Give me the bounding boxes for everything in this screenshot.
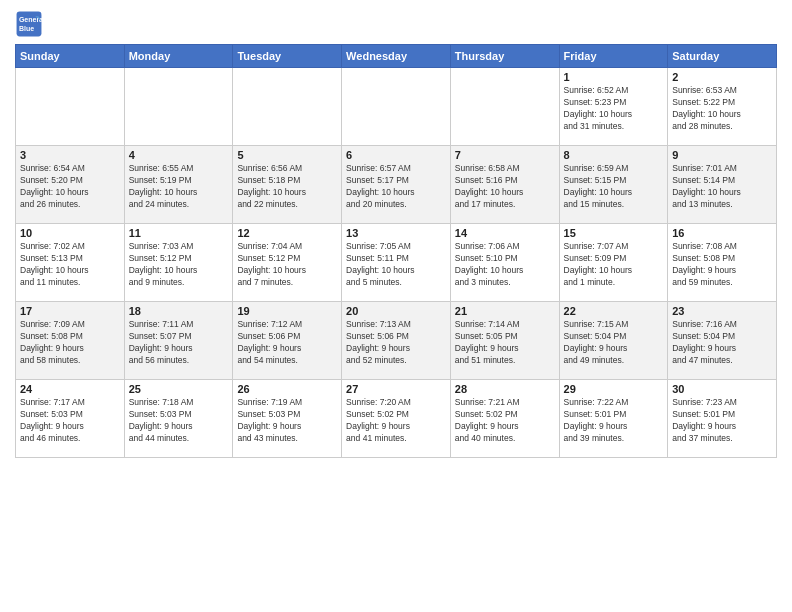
day-number: 26 xyxy=(237,383,337,395)
day-number: 23 xyxy=(672,305,772,317)
day-number: 10 xyxy=(20,227,120,239)
calendar-cell: 6Sunrise: 6:57 AM Sunset: 5:17 PM Daylig… xyxy=(342,146,451,224)
day-info: Sunrise: 6:58 AM Sunset: 5:16 PM Dayligh… xyxy=(455,163,555,211)
calendar-cell: 20Sunrise: 7:13 AM Sunset: 5:06 PM Dayli… xyxy=(342,302,451,380)
day-number: 6 xyxy=(346,149,446,161)
day-number: 21 xyxy=(455,305,555,317)
calendar-cell: 9Sunrise: 7:01 AM Sunset: 5:14 PM Daylig… xyxy=(668,146,777,224)
day-number: 29 xyxy=(564,383,664,395)
day-number: 17 xyxy=(20,305,120,317)
weekday-header-friday: Friday xyxy=(559,45,668,68)
calendar-cell: 16Sunrise: 7:08 AM Sunset: 5:08 PM Dayli… xyxy=(668,224,777,302)
day-info: Sunrise: 7:09 AM Sunset: 5:08 PM Dayligh… xyxy=(20,319,120,367)
day-info: Sunrise: 7:17 AM Sunset: 5:03 PM Dayligh… xyxy=(20,397,120,445)
day-info: Sunrise: 7:12 AM Sunset: 5:06 PM Dayligh… xyxy=(237,319,337,367)
svg-rect-0 xyxy=(17,12,42,37)
calendar-cell: 22Sunrise: 7:15 AM Sunset: 5:04 PM Dayli… xyxy=(559,302,668,380)
day-info: Sunrise: 6:52 AM Sunset: 5:23 PM Dayligh… xyxy=(564,85,664,133)
day-number: 16 xyxy=(672,227,772,239)
calendar-cell: 28Sunrise: 7:21 AM Sunset: 5:02 PM Dayli… xyxy=(450,380,559,458)
calendar-cell xyxy=(16,68,125,146)
calendar-cell: 30Sunrise: 7:23 AM Sunset: 5:01 PM Dayli… xyxy=(668,380,777,458)
header: General Blue xyxy=(15,10,777,38)
day-number: 18 xyxy=(129,305,229,317)
calendar-cell: 12Sunrise: 7:04 AM Sunset: 5:12 PM Dayli… xyxy=(233,224,342,302)
day-info: Sunrise: 7:06 AM Sunset: 5:10 PM Dayligh… xyxy=(455,241,555,289)
week-row-2: 3Sunrise: 6:54 AM Sunset: 5:20 PM Daylig… xyxy=(16,146,777,224)
calendar-cell: 8Sunrise: 6:59 AM Sunset: 5:15 PM Daylig… xyxy=(559,146,668,224)
day-number: 5 xyxy=(237,149,337,161)
calendar-cell xyxy=(124,68,233,146)
calendar-cell xyxy=(342,68,451,146)
week-row-5: 24Sunrise: 7:17 AM Sunset: 5:03 PM Dayli… xyxy=(16,380,777,458)
day-number: 27 xyxy=(346,383,446,395)
week-row-4: 17Sunrise: 7:09 AM Sunset: 5:08 PM Dayli… xyxy=(16,302,777,380)
day-number: 3 xyxy=(20,149,120,161)
day-number: 15 xyxy=(564,227,664,239)
day-info: Sunrise: 7:22 AM Sunset: 5:01 PM Dayligh… xyxy=(564,397,664,445)
week-row-3: 10Sunrise: 7:02 AM Sunset: 5:13 PM Dayli… xyxy=(16,224,777,302)
day-number: 25 xyxy=(129,383,229,395)
page: General Blue SundayMondayTuesdayWednesda… xyxy=(0,0,792,612)
calendar-cell: 29Sunrise: 7:22 AM Sunset: 5:01 PM Dayli… xyxy=(559,380,668,458)
weekday-header-tuesday: Tuesday xyxy=(233,45,342,68)
day-info: Sunrise: 7:07 AM Sunset: 5:09 PM Dayligh… xyxy=(564,241,664,289)
weekday-header-saturday: Saturday xyxy=(668,45,777,68)
day-number: 1 xyxy=(564,71,664,83)
day-info: Sunrise: 7:14 AM Sunset: 5:05 PM Dayligh… xyxy=(455,319,555,367)
day-number: 11 xyxy=(129,227,229,239)
calendar-cell: 2Sunrise: 6:53 AM Sunset: 5:22 PM Daylig… xyxy=(668,68,777,146)
day-number: 22 xyxy=(564,305,664,317)
day-info: Sunrise: 6:56 AM Sunset: 5:18 PM Dayligh… xyxy=(237,163,337,211)
day-info: Sunrise: 7:19 AM Sunset: 5:03 PM Dayligh… xyxy=(237,397,337,445)
calendar-cell: 23Sunrise: 7:16 AM Sunset: 5:04 PM Dayli… xyxy=(668,302,777,380)
calendar-cell: 11Sunrise: 7:03 AM Sunset: 5:12 PM Dayli… xyxy=(124,224,233,302)
calendar-cell: 17Sunrise: 7:09 AM Sunset: 5:08 PM Dayli… xyxy=(16,302,125,380)
day-info: Sunrise: 7:21 AM Sunset: 5:02 PM Dayligh… xyxy=(455,397,555,445)
day-info: Sunrise: 7:15 AM Sunset: 5:04 PM Dayligh… xyxy=(564,319,664,367)
day-number: 24 xyxy=(20,383,120,395)
weekday-header-monday: Monday xyxy=(124,45,233,68)
day-info: Sunrise: 7:13 AM Sunset: 5:06 PM Dayligh… xyxy=(346,319,446,367)
day-number: 9 xyxy=(672,149,772,161)
day-info: Sunrise: 7:04 AM Sunset: 5:12 PM Dayligh… xyxy=(237,241,337,289)
day-number: 4 xyxy=(129,149,229,161)
day-info: Sunrise: 7:18 AM Sunset: 5:03 PM Dayligh… xyxy=(129,397,229,445)
calendar-cell: 27Sunrise: 7:20 AM Sunset: 5:02 PM Dayli… xyxy=(342,380,451,458)
weekday-header-wednesday: Wednesday xyxy=(342,45,451,68)
day-number: 7 xyxy=(455,149,555,161)
calendar-table: SundayMondayTuesdayWednesdayThursdayFrid… xyxy=(15,44,777,458)
calendar-cell: 10Sunrise: 7:02 AM Sunset: 5:13 PM Dayli… xyxy=(16,224,125,302)
day-info: Sunrise: 6:53 AM Sunset: 5:22 PM Dayligh… xyxy=(672,85,772,133)
calendar-cell: 1Sunrise: 6:52 AM Sunset: 5:23 PM Daylig… xyxy=(559,68,668,146)
calendar-cell: 26Sunrise: 7:19 AM Sunset: 5:03 PM Dayli… xyxy=(233,380,342,458)
day-number: 12 xyxy=(237,227,337,239)
day-number: 2 xyxy=(672,71,772,83)
day-info: Sunrise: 7:16 AM Sunset: 5:04 PM Dayligh… xyxy=(672,319,772,367)
day-number: 14 xyxy=(455,227,555,239)
weekday-header-sunday: Sunday xyxy=(16,45,125,68)
day-info: Sunrise: 7:03 AM Sunset: 5:12 PM Dayligh… xyxy=(129,241,229,289)
day-number: 13 xyxy=(346,227,446,239)
calendar-cell xyxy=(233,68,342,146)
week-row-1: 1Sunrise: 6:52 AM Sunset: 5:23 PM Daylig… xyxy=(16,68,777,146)
day-number: 20 xyxy=(346,305,446,317)
header-row: SundayMondayTuesdayWednesdayThursdayFrid… xyxy=(16,45,777,68)
calendar-cell: 4Sunrise: 6:55 AM Sunset: 5:19 PM Daylig… xyxy=(124,146,233,224)
day-info: Sunrise: 7:02 AM Sunset: 5:13 PM Dayligh… xyxy=(20,241,120,289)
svg-text:Blue: Blue xyxy=(19,25,34,32)
calendar-cell: 21Sunrise: 7:14 AM Sunset: 5:05 PM Dayli… xyxy=(450,302,559,380)
calendar-cell: 14Sunrise: 7:06 AM Sunset: 5:10 PM Dayli… xyxy=(450,224,559,302)
day-info: Sunrise: 6:59 AM Sunset: 5:15 PM Dayligh… xyxy=(564,163,664,211)
day-number: 28 xyxy=(455,383,555,395)
logo: General Blue xyxy=(15,10,47,38)
svg-text:General: General xyxy=(19,16,43,23)
calendar-cell: 13Sunrise: 7:05 AM Sunset: 5:11 PM Dayli… xyxy=(342,224,451,302)
day-info: Sunrise: 7:20 AM Sunset: 5:02 PM Dayligh… xyxy=(346,397,446,445)
calendar-body: 1Sunrise: 6:52 AM Sunset: 5:23 PM Daylig… xyxy=(16,68,777,458)
calendar-cell: 19Sunrise: 7:12 AM Sunset: 5:06 PM Dayli… xyxy=(233,302,342,380)
calendar-cell xyxy=(450,68,559,146)
day-number: 19 xyxy=(237,305,337,317)
calendar-cell: 5Sunrise: 6:56 AM Sunset: 5:18 PM Daylig… xyxy=(233,146,342,224)
calendar-cell: 25Sunrise: 7:18 AM Sunset: 5:03 PM Dayli… xyxy=(124,380,233,458)
